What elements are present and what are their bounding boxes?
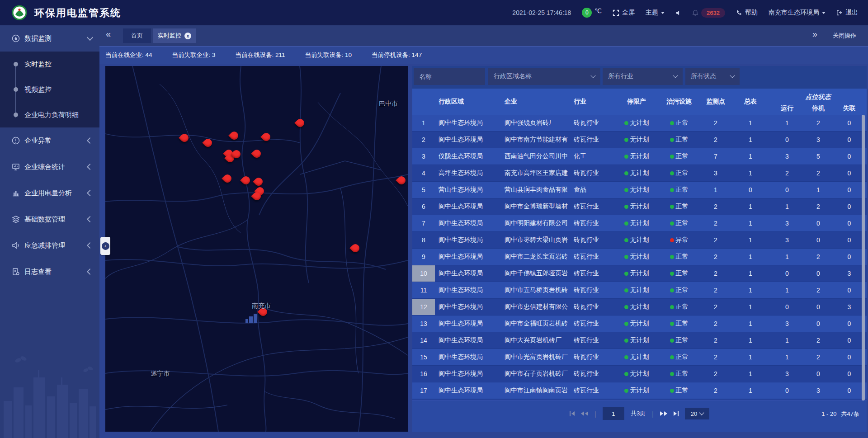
map-pin[interactable] xyxy=(203,138,212,150)
name-search-input[interactable] xyxy=(414,68,485,85)
row-number-cell[interactable]: 3 xyxy=(412,148,435,165)
row-number-cell[interactable]: 11 xyxy=(412,282,435,298)
notification-widget[interactable]: 2632 xyxy=(692,8,725,18)
sidebar-subitem[interactable]: 实时监控 xyxy=(0,52,99,77)
tab-realtime-monitor[interactable]: 实时监控 x xyxy=(153,28,196,43)
sidebar: 数据监测实时监控视频监控企业电力负荷明细企业异常企业综合统计企业用电量分析基础数… xyxy=(0,25,99,438)
table-row[interactable]: 17阆中生态环境局阆中市江南镇阆南页岩砖瓦行业无计划正常21030 xyxy=(412,382,867,399)
row-number-cell[interactable]: 4 xyxy=(412,165,435,181)
meters-cell: 1 xyxy=(731,387,769,394)
company-cell: 阆中大兴页岩机砖厂 xyxy=(499,336,568,344)
facility-status-cell: 正常 xyxy=(658,253,700,261)
region-cell: 阆中生态环境局 xyxy=(435,386,499,395)
table-row[interactable]: 11阆中生态环境局阆中市五马桥页岩机砖砖瓦行业无计划正常21120 xyxy=(412,282,867,299)
stat-item: 当前停机设备: 147 xyxy=(372,51,422,59)
previous-page-button[interactable] xyxy=(581,411,588,416)
map-collapse-handle[interactable]: ‹ xyxy=(100,237,110,255)
map-pin[interactable] xyxy=(230,131,239,143)
map-pin[interactable] xyxy=(223,174,232,186)
table-row[interactable]: 6阆中生态环境局阆中市金博瑞新型墙材砖瓦行业无计划正常21120 xyxy=(412,198,867,215)
org-dropdown[interactable]: 南充市生态环境局 xyxy=(769,9,826,17)
tab-home[interactable]: 首页 xyxy=(123,28,151,43)
table-row[interactable]: 1阆中生态环境局阆中强锐页岩砖厂砖瓦行业无计划正常21120 xyxy=(412,115,867,132)
sidebar-item-4[interactable]: 基础数据管理 xyxy=(0,206,99,232)
table-row[interactable]: 7阆中生态环境局阆中明阳建材有限公司砖瓦行业无计划正常21300 xyxy=(412,215,867,232)
map-pin[interactable] xyxy=(296,118,305,130)
table-row[interactable]: 13阆中生态环境局阆中市金福旺页岩机砖砖瓦行业无计划正常21300 xyxy=(412,316,867,332)
table-row[interactable]: 15阆中生态环境局阆中市光富页岩机砖厂砖瓦行业无计划正常21120 xyxy=(412,349,867,366)
sidebar-item-3[interactable]: 企业用电量分析 xyxy=(0,180,99,206)
theme-dropdown[interactable]: 主题 xyxy=(646,9,665,17)
map-pin[interactable] xyxy=(180,133,189,145)
tabs-scroll-right-icon[interactable]: » xyxy=(812,29,817,39)
table-row[interactable]: 14阆中生态环境局阆中大兴页岩机砖厂砖瓦行业无计划正常21120 xyxy=(412,332,867,349)
close-icon[interactable]: x xyxy=(184,33,191,39)
sidebar-item-5[interactable]: 应急减排管理 xyxy=(0,232,99,259)
table-row[interactable]: 5营山生态环境局营山县润丰肉食品有限食品无计划正常10010 xyxy=(412,182,867,198)
table-row[interactable]: 10阆中生态环境局阆中千佛镇五郎垭页岩砖瓦行业无计划正常21003 xyxy=(412,265,867,282)
next-page-button[interactable] xyxy=(660,411,667,416)
table-row[interactable]: 12阆中生态环境局阆中市忠信建材有限公砖瓦行业无计划正常21003 xyxy=(412,299,867,316)
row-number-cell[interactable]: 1 xyxy=(412,115,435,131)
map-pin[interactable] xyxy=(252,192,261,203)
voice-broadcast-icon[interactable] xyxy=(675,10,681,16)
status-select[interactable]: 所有状态 xyxy=(685,68,740,85)
sidebar-item-1[interactable]: 企业异常 xyxy=(0,127,99,154)
chevron-down-icon xyxy=(661,12,665,14)
row-number-cell[interactable]: 16 xyxy=(412,366,435,382)
logout-button[interactable]: 退出 xyxy=(836,9,858,17)
region-select[interactable]: 行政区域名称 xyxy=(488,68,600,85)
row-number-cell[interactable]: 9 xyxy=(412,249,435,265)
column-header: 行业 xyxy=(568,89,615,115)
map-pin[interactable] xyxy=(241,176,250,188)
industry-select[interactable]: 所有行业 xyxy=(603,68,683,85)
help-button[interactable]: 帮助 xyxy=(736,9,758,17)
map-pin[interactable] xyxy=(252,149,261,161)
row-number-cell[interactable]: 8 xyxy=(412,232,435,248)
table-row[interactable]: 9阆中生态环境局阆中市二龙长宝页岩砖砖瓦行业无计划正常21120 xyxy=(412,249,867,265)
tabs-scroll-left-icon[interactable]: « xyxy=(106,29,111,39)
company-cell: 阆中市金博瑞新型墙材 xyxy=(499,203,568,211)
table-scrollbar[interactable] xyxy=(862,115,865,400)
row-number-cell[interactable]: 7 xyxy=(412,215,435,231)
meters-cell: 1 xyxy=(731,136,769,143)
sidebar-item-0[interactable]: 数据监测 xyxy=(0,25,99,52)
row-number-cell[interactable]: 17 xyxy=(412,382,435,399)
map-pin[interactable] xyxy=(351,244,360,255)
row-number-cell[interactable]: 10 xyxy=(412,265,435,282)
map-pin[interactable] xyxy=(232,150,241,161)
map-pin[interactable] xyxy=(262,132,271,144)
sidebar-submenu: 实时监控视频监控企业电力负荷明细 xyxy=(0,52,99,127)
map-panel[interactable]: 巴中市南充市遂宁市 ‹ xyxy=(105,66,408,432)
table-row[interactable]: 4高坪生态环境局南充市高坪区王家店建砖瓦行业无计划正常31220 xyxy=(412,165,867,182)
last-page-button[interactable] xyxy=(674,411,679,416)
row-number-cell[interactable]: 6 xyxy=(412,198,435,215)
table-row[interactable]: 16阆中生态环境局阆中市石子页岩机砖厂砖瓦行业无计划正常21300 xyxy=(412,366,867,382)
points-cell: 2 xyxy=(700,370,731,377)
sidebar-subitem[interactable]: 企业电力负荷明细 xyxy=(0,102,99,127)
row-number-cell[interactable]: 12 xyxy=(412,299,435,315)
sidebar-subitem[interactable]: 视频监控 xyxy=(0,77,99,102)
row-number-cell[interactable]: 13 xyxy=(412,316,435,332)
page-size-select[interactable]: 20 xyxy=(685,408,709,419)
column-group-header: 点位状态 xyxy=(769,89,867,102)
run-count-cell: 1 xyxy=(769,337,805,344)
table-row[interactable]: 3仪陇生态环境局西南油气田分公司川中化工无计划正常71350 xyxy=(412,148,867,165)
meters-cell: 1 xyxy=(731,119,769,127)
fullscreen-button[interactable]: 全屏 xyxy=(613,9,635,17)
table-row[interactable]: 2阆中生态环境局阆中市南方节能建材有砖瓦行业无计划正常21030 xyxy=(412,132,867,148)
sidebar-item-2[interactable]: 企业综合统计 xyxy=(0,154,99,180)
map-pin[interactable] xyxy=(397,176,406,188)
row-number-cell[interactable]: 5 xyxy=(412,182,435,198)
row-number-cell[interactable]: 2 xyxy=(412,132,435,148)
row-number-cell[interactable]: 14 xyxy=(412,332,435,349)
row-number-cell[interactable]: 15 xyxy=(412,349,435,365)
sidebar-item-6[interactable]: 日志查看 xyxy=(0,259,99,285)
stop-count-cell: 0 xyxy=(805,220,832,227)
company-cell: 阆中明阳建材有限公司 xyxy=(499,219,568,227)
table-row[interactable]: 8阆中生态环境局阆中市枣碧大梁山页岩砖瓦行业无计划异常21300 xyxy=(412,232,867,249)
page-number-input[interactable] xyxy=(603,407,624,420)
meters-cell: 1 xyxy=(731,353,769,361)
first-page-button[interactable] xyxy=(570,411,575,416)
close-operations-button[interactable]: 关闭操作 xyxy=(833,32,856,40)
